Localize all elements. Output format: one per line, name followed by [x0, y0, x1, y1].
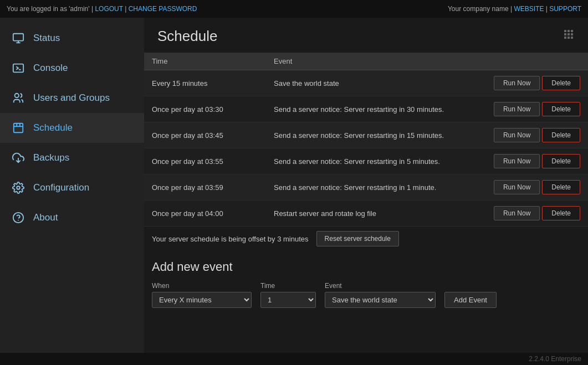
table-row: Once per day at 03:59Send a server notic…: [144, 174, 588, 201]
reset-schedule-button[interactable]: Reset server schedule: [316, 231, 399, 246]
cell-actions: Run NowDelete: [486, 201, 588, 227]
cell-event: Send a server notice: Server restarting …: [266, 96, 486, 122]
svg-rect-17: [564, 33, 566, 35]
cell-event: Restart server and rotate log file: [266, 201, 486, 227]
svg-rect-18: [567, 33, 570, 35]
main-layout: Status Console Users and Groups Schedule: [0, 18, 588, 365]
time-select[interactable]: 1 5 10 15 30: [260, 292, 316, 308]
svg-rect-14: [564, 30, 566, 32]
cell-actions: Run NowDelete: [486, 174, 588, 201]
run-now-button[interactable]: Run Now: [494, 76, 540, 90]
table-row: Every 15 minutesSave the world stateRun …: [144, 70, 588, 96]
grid-icon: [564, 29, 575, 43]
time-label: Time: [260, 282, 316, 290]
event-label: Event: [325, 282, 436, 290]
cell-time: Every 15 minutes: [144, 70, 266, 96]
delete-button[interactable]: Delete: [542, 154, 580, 168]
cell-event: Save the world state: [266, 70, 486, 96]
delete-button[interactable]: Delete: [542, 180, 580, 194]
table-row: Once per day at 03:45Send a server notic…: [144, 122, 588, 148]
cell-actions: Run NowDelete: [486, 96, 588, 122]
cell-time: Once per day at 04:00: [144, 201, 266, 227]
svg-rect-19: [571, 33, 573, 35]
schedule-icon: [11, 121, 25, 135]
cell-time: Once per day at 03:59: [144, 174, 266, 201]
sidebar-item-configuration-label: Configuration: [33, 182, 89, 193]
cell-time: Once per day at 03:55: [144, 148, 266, 174]
svg-rect-0: [13, 34, 23, 41]
schedule-info-row: Your server schedule is being offset by …: [144, 227, 588, 251]
sidebar-item-configuration[interactable]: Configuration: [0, 173, 144, 203]
svg-rect-22: [571, 37, 573, 39]
delete-button[interactable]: Delete: [542, 76, 580, 90]
svg-rect-6: [14, 124, 23, 133]
add-event-button[interactable]: Add Event: [444, 292, 497, 308]
cell-event: Send a server notice: Server restarting …: [266, 148, 486, 174]
cell-actions: Run NowDelete: [486, 148, 588, 174]
console-icon: [11, 61, 25, 75]
page-title: Schedule: [157, 28, 217, 45]
page-header: Schedule: [144, 18, 588, 53]
run-now-button[interactable]: Run Now: [494, 206, 540, 220]
run-now-button[interactable]: Run Now: [494, 128, 540, 142]
sidebar-item-about[interactable]: About: [0, 203, 144, 233]
sidebar: Status Console Users and Groups Schedule: [0, 18, 144, 365]
sidebar-item-console-label: Console: [33, 63, 68, 74]
cell-event: Send a server notice: Server restarting …: [266, 174, 486, 201]
svg-rect-20: [564, 37, 566, 39]
change-password-link[interactable]: CHANGE PASSWORD: [129, 5, 197, 13]
svg-point-5: [15, 94, 19, 97]
delete-button[interactable]: Delete: [542, 128, 580, 142]
svg-rect-15: [567, 30, 570, 32]
cell-actions: Run NowDelete: [486, 70, 588, 96]
add-event-title: Add new event: [152, 260, 580, 274]
cell-event: Send a server notice: Server restarting …: [266, 122, 486, 148]
schedule-offset-text: Your server schedule is being offset by …: [152, 235, 309, 243]
sidebar-item-backups[interactable]: Backups: [0, 143, 144, 173]
sidebar-item-backups-label: Backups: [33, 152, 69, 163]
col-header-event: Event: [266, 53, 486, 70]
content-area: Schedule Time Event Every 15 minutesSave…: [144, 18, 588, 365]
svg-rect-21: [567, 37, 570, 39]
time-field: Time 1 5 10 15 30: [260, 282, 316, 308]
company-name-text: Your company name |: [448, 5, 512, 13]
footer: 2.2.4.0 Enterprise: [0, 353, 588, 365]
table-row: Once per day at 03:55Send a server notic…: [144, 148, 588, 174]
sidebar-item-console[interactable]: Console: [0, 53, 144, 83]
run-now-button[interactable]: Run Now: [494, 180, 540, 194]
support-link[interactable]: SUPPORT: [549, 5, 581, 13]
add-event-form: When Every X minutes Once per day Time 1…: [152, 282, 580, 308]
question-icon: [11, 210, 25, 225]
svg-rect-16: [571, 30, 573, 32]
when-label: When: [152, 282, 252, 290]
website-link[interactable]: WEBSITE: [514, 5, 544, 13]
topbar: You are logged in as 'admin' | LOGOUT | …: [0, 0, 588, 18]
sidebar-item-schedule[interactable]: Schedule: [0, 113, 144, 143]
add-event-section: Add new event When Every X minutes Once …: [144, 251, 588, 319]
monitor-icon: [11, 31, 25, 45]
event-field: Event Save the world state Send server n…: [325, 282, 436, 308]
users-icon: [11, 91, 25, 105]
delete-button[interactable]: Delete: [542, 206, 580, 220]
when-field: When Every X minutes Once per day: [152, 282, 252, 308]
logout-link[interactable]: LOGOUT: [95, 5, 122, 13]
topbar-right: Your company name | WEBSITE | SUPPORT: [448, 5, 581, 13]
event-select[interactable]: Save the world state Send server notice …: [325, 292, 436, 308]
sidebar-item-users[interactable]: Users and Groups: [0, 83, 144, 113]
run-now-button[interactable]: Run Now: [494, 102, 540, 116]
logged-in-text: You are logged in as 'admin' |: [7, 5, 93, 13]
version-text: 2.2.4.0 Enterprise: [529, 355, 581, 363]
svg-point-11: [17, 186, 20, 189]
gear-icon: [11, 181, 25, 195]
delete-button[interactable]: Delete: [542, 102, 580, 116]
sidebar-item-users-label: Users and Groups: [33, 92, 110, 104]
table-row: Once per day at 03:30Send a server notic…: [144, 96, 588, 122]
col-header-time: Time: [144, 53, 266, 70]
run-now-button[interactable]: Run Now: [494, 154, 540, 168]
sidebar-item-status[interactable]: Status: [0, 23, 144, 53]
schedule-table: Time Event Every 15 minutesSave the worl…: [144, 53, 588, 227]
when-select[interactable]: Every X minutes Once per day: [152, 292, 252, 308]
cell-actions: Run NowDelete: [486, 122, 588, 148]
sidebar-item-about-label: About: [33, 212, 58, 223]
sidebar-item-schedule-label: Schedule: [33, 122, 73, 133]
